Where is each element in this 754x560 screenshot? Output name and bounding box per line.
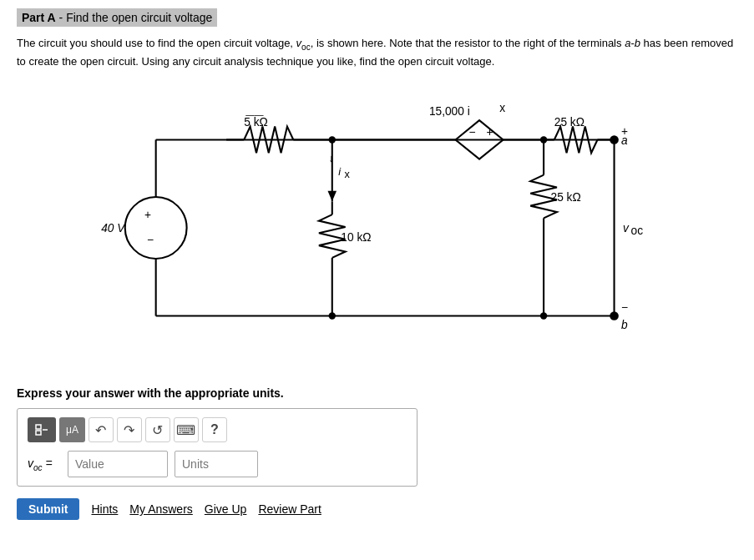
- review-part-button[interactable]: Review Part: [258, 502, 321, 516]
- toolbar: μA ↶ ↷ ↺ ⌨ ?: [28, 417, 407, 442]
- svg-marker-13: [328, 191, 337, 202]
- circuit-svg: .wire { stroke: #000; stroke-width: 2; f…: [50, 86, 685, 370]
- give-up-button[interactable]: Give Up: [205, 502, 247, 516]
- undo-button[interactable]: ↶: [89, 417, 114, 442]
- svg-text:+: +: [486, 126, 493, 139]
- svg-rect-47: [36, 431, 41, 435]
- part-header: Part A - Find the open circuit voltage: [17, 8, 217, 27]
- svg-text:−: −: [468, 126, 475, 139]
- svg-text:i: i: [338, 166, 342, 178]
- svg-text:25 kΩ: 25 kΩ: [551, 191, 581, 204]
- answer-box: μA ↶ ↷ ↺ ⌨ ? voc =: [17, 408, 417, 487]
- svg-text:25 kΩ: 25 kΩ: [554, 116, 584, 129]
- svg-text:10 kΩ: 10 kΩ: [341, 231, 371, 244]
- redo-button[interactable]: ↷: [117, 417, 142, 442]
- svg-text:v: v: [623, 222, 630, 235]
- units-input[interactable]: [175, 451, 258, 477]
- express-label: Express your answer with the appropriate…: [17, 386, 737, 400]
- svg-rect-46: [36, 425, 41, 429]
- help-button[interactable]: ?: [202, 417, 227, 442]
- keyboard-button[interactable]: ⌨: [174, 417, 199, 442]
- reset-button[interactable]: ↺: [145, 417, 170, 442]
- svg-text:↓: ↓: [329, 153, 334, 164]
- part-separator: -: [59, 11, 67, 24]
- svg-point-21: [329, 312, 336, 319]
- svg-text:40 V: 40 V: [101, 222, 126, 235]
- svg-text:x: x: [345, 169, 351, 180]
- svg-text:——: ——: [245, 109, 264, 119]
- svg-text:−: −: [621, 301, 628, 314]
- fraction-button[interactable]: [28, 417, 56, 442]
- svg-text:oc: oc: [631, 225, 644, 238]
- units-label: μA: [66, 424, 78, 436]
- circuit-diagram: .wire { stroke: #000; stroke-width: 2; f…: [50, 86, 685, 370]
- svg-point-39: [540, 312, 547, 319]
- svg-text:+: +: [144, 209, 151, 222]
- description-text: The circuit you should use to find the o…: [17, 35, 735, 69]
- input-row: voc =: [28, 451, 407, 477]
- bottom-bar: Submit Hints My Answers Give Up Review P…: [17, 498, 737, 520]
- voc-label: voc =: [28, 457, 61, 472]
- svg-point-0: [125, 197, 187, 259]
- submit-button[interactable]: Submit: [17, 498, 79, 520]
- my-answers-button[interactable]: My Answers: [129, 502, 192, 516]
- part-label: Part A: [22, 11, 56, 24]
- value-input[interactable]: [68, 451, 168, 477]
- svg-text:+: +: [621, 125, 628, 138]
- svg-text:x: x: [499, 102, 505, 114]
- hints-button[interactable]: Hints: [91, 502, 118, 516]
- svg-text:15,000 i: 15,000 i: [429, 105, 470, 118]
- units-button[interactable]: μA: [59, 417, 85, 442]
- svg-text:−: −: [147, 234, 154, 246]
- svg-text:b: b: [621, 319, 628, 331]
- part-title: Find the open circuit voltage: [66, 11, 212, 24]
